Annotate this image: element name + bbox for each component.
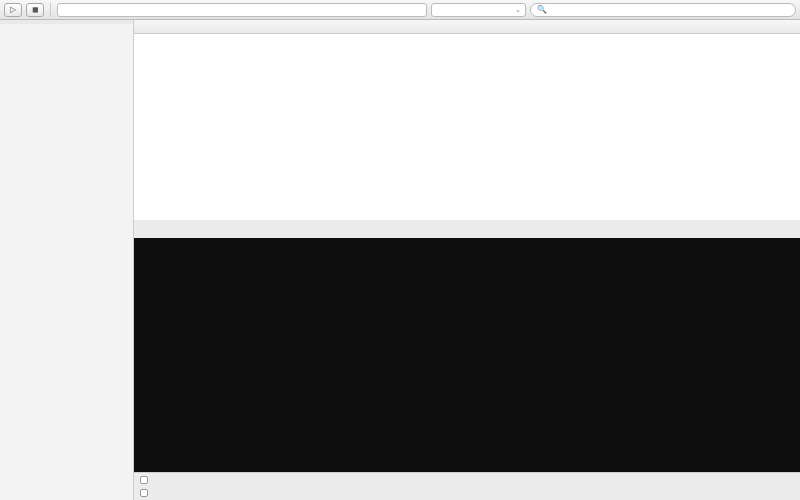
detail-tabs [134,220,800,238]
footer [134,472,800,500]
content-pane [134,20,800,500]
scan-start-button[interactable]: ▷ [4,3,22,17]
main-split [0,20,800,500]
search-icon: 🔍 [537,5,547,14]
channel-chart [134,238,800,472]
table-header [134,20,800,34]
filter-input[interactable]: 🔍 [530,3,796,17]
network-table [134,20,800,220]
chevron-down-icon: ⌄ [515,6,521,14]
toolbar-separator [50,3,51,17]
toolbar: ▷ ◼ ⌄ 🔍 [0,0,800,20]
found-indicator [140,489,148,497]
app-window: ▷ ◼ ⌄ 🔍 [0,0,800,500]
group-by-radio-checkbox[interactable] [140,476,148,484]
table-body [134,34,800,220]
network-filter-select[interactable]: ⌄ [431,3,526,17]
sidebar [0,20,134,500]
sidebar-header [0,20,133,24]
status-field [57,3,427,17]
scan-stop-button[interactable]: ◼ [26,3,44,17]
